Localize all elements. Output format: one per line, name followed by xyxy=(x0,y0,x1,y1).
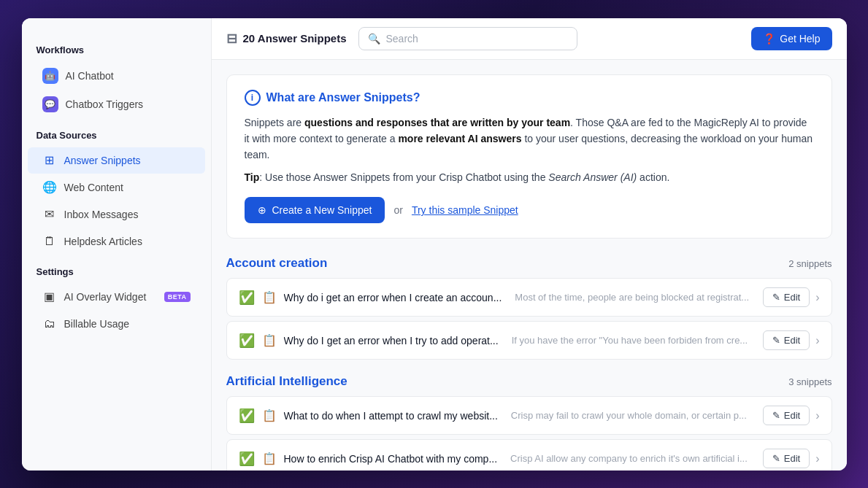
edit-button[interactable]: ✎ Edit xyxy=(763,449,810,468)
snippet-actions: ✎ Edit › xyxy=(763,287,820,307)
workflows-section-label: Workflows xyxy=(22,39,211,61)
info-icon: i xyxy=(245,90,261,106)
table-row[interactable]: ✅ 📋 Why do I get an error when I try to … xyxy=(226,321,832,360)
snippet-question: Why do i get an error when I create an a… xyxy=(284,292,502,303)
sidebar-item-ai-overlay[interactable]: ▣ AI Overlay Widget BETA xyxy=(28,284,205,310)
snippet-count-badge: 3 snippets xyxy=(788,376,831,387)
status-check-icon: ✅ xyxy=(239,451,255,467)
doc-icon: 📋 xyxy=(262,290,277,304)
overlay-icon: ▣ xyxy=(42,290,57,304)
snippet-actions: ✎ Edit › xyxy=(763,406,820,425)
table-row[interactable]: ✅ 📋 Why do i get an error when I create … xyxy=(226,278,832,317)
edit-icon: ✎ xyxy=(772,453,780,464)
sidebar-item-inbox-messages[interactable]: ✉ Inbox Messages xyxy=(28,201,205,228)
doc-icon: 📋 xyxy=(262,452,277,465)
doc-icon: 📋 xyxy=(262,333,277,347)
info-actions: ⊕ Create a New Snippet or Try this sampl… xyxy=(245,197,814,223)
status-check-icon: ✅ xyxy=(239,290,255,306)
snippets-icon: ⊞ xyxy=(42,153,57,168)
snippet-preview: If you have the error "You have been for… xyxy=(512,335,756,346)
sidebar-item-label: AI Overlay Widget xyxy=(64,291,147,303)
sidebar-item-label: Inbox Messages xyxy=(64,209,139,220)
table-row[interactable]: ✅ 📋 How to enrich Crisp AI Chatbot with … xyxy=(226,439,832,470)
info-box: i What are Answer Snippets? Snippets are… xyxy=(226,74,832,239)
ai-chatbot-icon: 🤖 xyxy=(42,68,58,84)
chevron-right-icon[interactable]: › xyxy=(815,334,819,347)
edit-button[interactable]: ✎ Edit xyxy=(763,330,810,350)
edit-label: Edit xyxy=(784,335,800,346)
try-sample-button[interactable]: Try this sample Snippet xyxy=(412,204,518,216)
snippets-count-icon: ⊟ xyxy=(226,31,237,47)
snippet-preview: Crisp may fail to crawl your whole domai… xyxy=(511,410,756,421)
search-input[interactable] xyxy=(386,33,568,44)
sidebar-item-ai-chatbot[interactable]: 🤖 AI Chatbot xyxy=(28,62,205,90)
edit-icon: ✎ xyxy=(772,335,780,346)
sidebar-item-label: Answer Snippets xyxy=(64,155,141,166)
main-content: ⊟ 20 Answer Snippets 🔍 ❓ Get Help i What… xyxy=(212,18,847,470)
table-row[interactable]: ✅ 📋 What to do when I attempt to crawl m… xyxy=(226,396,832,435)
snippet-preview: Most of the time, people are being block… xyxy=(515,292,755,303)
sidebar-item-web-content[interactable]: 🌐 Web Content xyxy=(28,174,205,201)
edit-icon: ✎ xyxy=(772,410,780,421)
edit-button[interactable]: ✎ Edit xyxy=(763,287,810,307)
data-sources-section-label: Data Sources xyxy=(22,124,211,147)
sidebar-item-label: Helpdesk Articles xyxy=(64,236,142,247)
category-header: Artificial Intelligence 3 snippets xyxy=(226,374,832,389)
info-box-paragraph1: Snippets are questions and responses tha… xyxy=(245,115,814,163)
search-icon: 🔍 xyxy=(368,33,380,44)
doc-icon: 📋 xyxy=(262,408,277,422)
category-header: Account creation 2 snippets xyxy=(226,256,832,271)
sidebar-item-label: AI Chatbot xyxy=(66,70,114,82)
or-text: or xyxy=(393,204,402,216)
snippet-actions: ✎ Edit › xyxy=(763,330,820,350)
sidebar-item-chatbox-triggers[interactable]: 💬 Chatbox Triggers xyxy=(28,90,205,118)
edit-label: Edit xyxy=(784,292,800,303)
category-title: Account creation xyxy=(226,256,328,271)
edit-label: Edit xyxy=(784,453,800,464)
edit-icon: ✎ xyxy=(772,292,780,303)
search-bar[interactable]: 🔍 xyxy=(358,27,577,50)
help-icon: ❓ xyxy=(763,33,775,44)
snippet-count-badge: 2 snippets xyxy=(788,258,831,269)
chevron-right-icon[interactable]: › xyxy=(815,452,819,465)
snippets-count-label: 20 Answer Snippets xyxy=(243,32,347,44)
sidebar-item-label: Web Content xyxy=(64,182,123,193)
top-bar: ⊟ 20 Answer Snippets 🔍 ❓ Get Help xyxy=(212,18,847,60)
edit-button[interactable]: ✎ Edit xyxy=(763,406,810,425)
snippet-question: How to enrich Crisp AI Chatbot with my c… xyxy=(284,453,498,465)
category-title: Artificial Intelligence xyxy=(226,374,347,389)
info-box-tip: Tip: Use those Answer Snippets from your… xyxy=(245,169,814,185)
status-check-icon: ✅ xyxy=(239,408,255,424)
snippet-preview: Crisp AI allow any company to enrich it'… xyxy=(510,453,756,464)
get-help-button[interactable]: ❓ Get Help xyxy=(751,27,831,50)
info-box-title-text: What are Answer Snippets? xyxy=(266,91,420,104)
snippet-actions: ✎ Edit › xyxy=(763,449,820,468)
sidebar-item-label: Chatbox Triggers xyxy=(66,98,144,110)
status-check-icon: ✅ xyxy=(239,333,255,349)
create-snippet-label: Create a New Snippet xyxy=(272,204,372,216)
category-artificial-intelligence: Artificial Intelligence 3 snippets ✅ 📋 W… xyxy=(226,374,832,470)
file-icon: 🗒 xyxy=(42,234,57,249)
create-snippet-button[interactable]: ⊕ Create a New Snippet xyxy=(245,197,385,223)
inbox-icon: ✉ xyxy=(42,207,57,222)
beta-badge: BETA xyxy=(164,292,191,302)
sidebar-item-billable-usage[interactable]: 🗂 Billable Usage xyxy=(28,311,205,337)
billing-icon: 🗂 xyxy=(42,317,57,331)
sidebar: Workflows 🤖 AI Chatbot 💬 Chatbox Trigger… xyxy=(22,18,212,470)
edit-label: Edit xyxy=(784,410,800,421)
sidebar-item-helpdesk-articles[interactable]: 🗒 Helpdesk Articles xyxy=(28,228,205,255)
plus-icon: ⊕ xyxy=(258,204,266,216)
snippet-question: Why do I get an error when I try to add … xyxy=(284,335,499,346)
settings-section-label: Settings xyxy=(22,260,211,283)
help-button-label: Get Help xyxy=(780,33,820,44)
category-account-creation: Account creation 2 snippets ✅ 📋 Why do i… xyxy=(226,256,832,360)
snippet-question: What to do when I attempt to crawl my we… xyxy=(284,410,498,422)
globe-icon: 🌐 xyxy=(42,180,57,195)
sidebar-item-answer-snippets[interactable]: ⊞ Answer Snippets xyxy=(28,147,205,174)
content-area: i What are Answer Snippets? Snippets are… xyxy=(212,60,847,470)
chevron-right-icon[interactable]: › xyxy=(815,291,819,304)
chevron-right-icon[interactable]: › xyxy=(815,409,819,422)
chatbox-icon: 💬 xyxy=(42,96,58,112)
sidebar-item-label: Billable Usage xyxy=(64,318,130,330)
snippets-count: ⊟ 20 Answer Snippets xyxy=(226,31,347,47)
